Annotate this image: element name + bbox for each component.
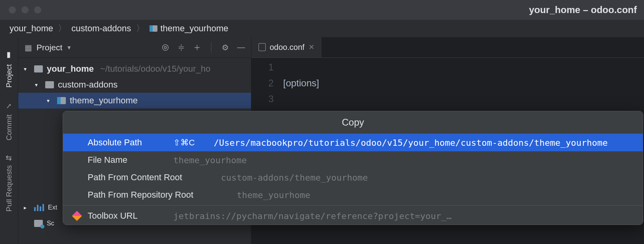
menu-item-content-root[interactable]: Path From Content Root custom-addons/the… xyxy=(63,169,643,186)
project-view-icon: ▦ xyxy=(24,43,33,52)
breadcrumb: your_home 〉 custom-addons 〉 theme_yourho… xyxy=(0,20,644,37)
chevron-right-icon: ▸ xyxy=(24,204,30,211)
svg-point-1 xyxy=(164,46,167,49)
divider xyxy=(211,42,211,53)
rail-label: Pull Requests xyxy=(5,165,13,212)
file-icon xyxy=(259,43,266,51)
context-menu-title: Copy xyxy=(63,111,643,134)
tree-hint: ~/tutorials/odoo/v15/your_ho xyxy=(100,64,211,74)
breadcrumb-item[interactable]: theme_yourhome xyxy=(150,23,228,34)
gear-icon[interactable]: ⚙ xyxy=(221,43,230,52)
chevron-down-icon: ▾ xyxy=(47,97,53,104)
tree-item-root[interactable]: ▾ your_home ~/tutorials/odoo/v15/your_ho xyxy=(18,61,251,77)
window-title: your_home – odoo.conf xyxy=(529,4,637,15)
pull-request-icon: ⇵ xyxy=(5,155,13,161)
project-tree[interactable]: ▾ your_home ~/tutorials/odoo/v15/your_ho… xyxy=(18,58,251,109)
breadcrumb-item[interactable]: custom-addons xyxy=(71,23,131,34)
svg-point-0 xyxy=(163,44,169,50)
library-icon xyxy=(34,204,44,211)
tab-label: odoo.conf xyxy=(270,43,305,52)
menu-item-file-name[interactable]: File Name theme_yourhome xyxy=(63,151,643,169)
chevron-down-icon: ▾ xyxy=(35,82,41,88)
rail-pull-requests[interactable]: Pull Requests ⇵ xyxy=(5,155,13,212)
close-window[interactable] xyxy=(9,6,16,13)
collapse-all-icon[interactable] xyxy=(193,43,201,52)
menu-item-repo-root[interactable]: Path From Repository Root theme_yourhome xyxy=(63,186,643,204)
editor-tab[interactable]: odoo.conf ✕ xyxy=(251,37,322,57)
tree-label: Ext xyxy=(48,204,57,211)
chevron-down-icon[interactable]: ▼ xyxy=(66,44,72,51)
commit-icon: ✓ xyxy=(5,102,13,111)
tabbar: odoo.conf ✕ xyxy=(251,37,644,58)
hide-icon[interactable]: — xyxy=(237,43,245,52)
menu-item-absolute-path[interactable]: Absolute Path ⇧⌘C /Users/macbookpro/tuto… xyxy=(63,134,643,151)
menu-label: Toolbox URL xyxy=(88,211,167,221)
chevron-right-icon: 〉 xyxy=(136,23,145,34)
folder-icon xyxy=(45,81,54,88)
breadcrumb-item[interactable]: your_home xyxy=(10,23,53,34)
titlebar: your_home – odoo.conf xyxy=(0,0,644,20)
minimize-window[interactable] xyxy=(21,6,29,13)
tree-item-theme[interactable]: ▾ theme_yourhome xyxy=(18,93,251,109)
expand-all-icon[interactable] xyxy=(177,43,186,52)
menu-value: custom-addons/theme_yourhome xyxy=(221,173,368,183)
tree-label: Sc xyxy=(47,220,54,227)
folder-icon xyxy=(34,220,43,227)
panel-title[interactable]: Project xyxy=(36,43,62,52)
target-icon[interactable] xyxy=(161,43,170,52)
tool-window-bar: Project ▮ Commit ✓ Pull Requests ⇵ xyxy=(0,37,18,244)
tree-item-folder[interactable]: ▾ custom-addons xyxy=(18,77,251,93)
tree-label: theme_yourhome xyxy=(70,95,138,106)
menu-item-toolbox-url[interactable]: Toolbox URL jetbrains://pycharm/navigate… xyxy=(63,207,643,225)
rail-project[interactable]: Project ▮ xyxy=(5,51,13,88)
folder-icon xyxy=(57,97,66,104)
context-menu-copy: Copy Absolute Path ⇧⌘C /Users/macbookpro… xyxy=(63,111,643,225)
chevron-right-icon: 〉 xyxy=(58,23,67,34)
chevron-down-icon: ▾ xyxy=(24,66,30,72)
maximize-window[interactable] xyxy=(34,6,41,13)
rail-label: Project xyxy=(5,64,13,88)
menu-value: theme_yourhome xyxy=(237,190,310,200)
menu-shortcut: ⇧⌘C xyxy=(173,138,207,147)
menu-value: theme_yourhome xyxy=(173,155,247,165)
breadcrumb-label: theme_yourhome xyxy=(161,23,228,34)
menu-label: Path From Content Root xyxy=(88,172,215,183)
toolbox-icon xyxy=(73,212,81,219)
folder-icon: ▮ xyxy=(5,51,13,60)
menu-value: jetbrains://pycharm/navigate/reference?p… xyxy=(173,211,452,221)
menu-value: /Users/macbookpro/tutorials/odoo/v15/you… xyxy=(214,138,608,148)
tree-label: your_home xyxy=(47,64,94,74)
rail-commit[interactable]: Commit ✓ xyxy=(5,102,13,140)
folder-icon xyxy=(150,25,157,32)
menu-label: Absolute Path xyxy=(88,137,167,148)
rail-label: Commit xyxy=(5,114,13,140)
tree-label: custom-addons xyxy=(58,80,117,90)
menu-label: Path From Repository Root xyxy=(88,190,230,200)
folder-icon xyxy=(34,65,43,72)
separator xyxy=(63,205,643,206)
window-controls xyxy=(0,6,41,13)
panel-header: ▦ Project ▼ ⚙ — xyxy=(18,37,251,58)
menu-label: File Name xyxy=(88,155,167,165)
close-icon[interactable]: ✕ xyxy=(309,43,314,51)
